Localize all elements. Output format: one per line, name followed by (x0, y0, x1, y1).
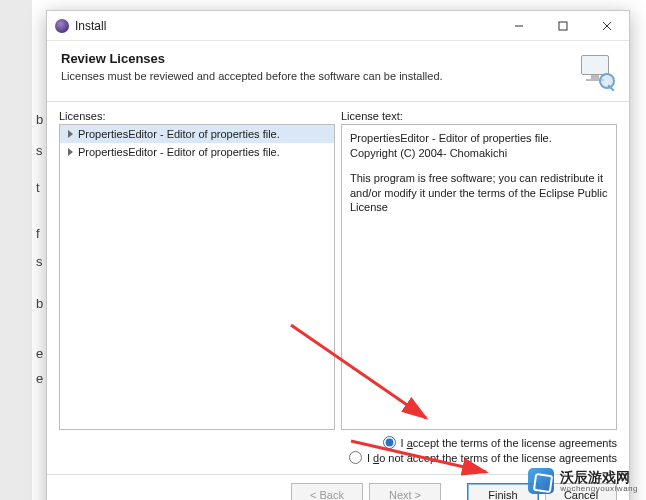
chevron-right-icon (66, 148, 74, 156)
next-button: Next > (369, 483, 441, 500)
close-button[interactable] (585, 11, 629, 41)
accept-radio-input[interactable] (383, 436, 396, 449)
watermark-brand: 沃辰游戏网 (560, 470, 638, 484)
license-text-label: License text: (341, 110, 617, 122)
install-wizard-icon (575, 53, 615, 89)
maximize-button[interactable] (541, 11, 585, 41)
license-line: PropertiesEditor - Editor of properties … (350, 131, 608, 146)
license-text-pane[interactable]: PropertiesEditor - Editor of properties … (341, 124, 617, 430)
page-title: Review Licenses (61, 51, 443, 66)
tree-item[interactable]: PropertiesEditor - Editor of properties … (60, 125, 334, 143)
decline-radio-input[interactable] (349, 451, 362, 464)
install-dialog: Install Review Licenses Licenses must be… (46, 10, 630, 500)
wizard-header: Review Licenses Licenses must be reviewe… (47, 41, 629, 102)
licenses-tree[interactable]: PropertiesEditor - Editor of properties … (59, 124, 335, 430)
svg-rect-1 (559, 22, 567, 30)
licenses-label: Licenses: (59, 110, 335, 122)
watermark: 沃辰游戏网 wochengyouxiwang (528, 468, 638, 494)
accept-radio[interactable]: I accept the terms of the license agreem… (383, 436, 617, 449)
tree-item-label: PropertiesEditor - Editor of properties … (78, 128, 280, 140)
tree-item-label: PropertiesEditor - Editor of properties … (78, 146, 280, 158)
back-button[interactable]: < Back (291, 483, 363, 500)
chevron-right-icon (66, 130, 74, 138)
titlebar[interactable]: Install (47, 11, 629, 41)
watermark-logo-icon (528, 468, 554, 494)
tree-item[interactable]: PropertiesEditor - Editor of properties … (60, 143, 334, 161)
minimize-button[interactable] (497, 11, 541, 41)
window-title: Install (75, 19, 106, 33)
license-paragraph: This program is free software; you can r… (350, 171, 608, 216)
eclipse-icon (55, 19, 69, 33)
decline-radio[interactable]: I do not accept the terms of the license… (349, 451, 617, 464)
license-line: Copyright (C) 2004- Chomakichi (350, 146, 608, 161)
page-subtitle: Licenses must be reviewed and accepted b… (61, 70, 443, 82)
watermark-sub: wochengyouxiwang (560, 484, 638, 493)
